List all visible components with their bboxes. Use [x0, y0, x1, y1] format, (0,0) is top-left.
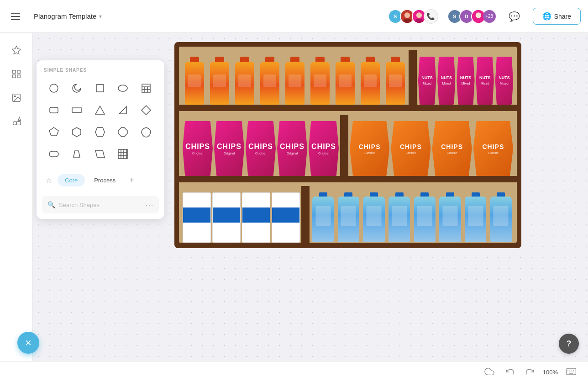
- juice-bottle: [333, 57, 357, 105]
- svg-point-20: [118, 85, 127, 91]
- toolbar-shapes-button[interactable]: [6, 112, 26, 132]
- shape-hexagon2[interactable]: [90, 122, 110, 142]
- shape-table[interactable]: [136, 78, 156, 98]
- shapes-icon: [11, 117, 21, 127]
- toolbar-grid-button[interactable]: [6, 64, 26, 84]
- close-icon: ×: [25, 337, 31, 348]
- svg-marker-34: [118, 128, 127, 137]
- undo-button[interactable]: [503, 364, 517, 381]
- water-bottle: [336, 192, 361, 243]
- redo-icon: [525, 367, 535, 376]
- svg-marker-37: [74, 151, 80, 157]
- svg-point-18: [50, 84, 58, 92]
- cloud-save-button[interactable]: [482, 364, 497, 381]
- svg-marker-28: [95, 106, 105, 114]
- water-bottle: [463, 192, 488, 243]
- chips-bag-magenta: CHIPS Original: [277, 121, 307, 176]
- svg-marker-35: [142, 128, 151, 137]
- svg-point-4: [416, 12, 422, 18]
- close-fab[interactable]: ×: [17, 332, 39, 354]
- water-bottle: [488, 192, 513, 243]
- shape-circle[interactable]: [44, 78, 64, 98]
- shapes-section-label: SIMPLE SHAPES: [44, 68, 157, 73]
- chat-button[interactable]: 💬: [505, 7, 524, 26]
- shape-decagon[interactable]: [136, 122, 156, 142]
- chips-bag-magenta: CHIPS Original: [214, 121, 244, 176]
- avatar-group-2: S D +28: [447, 9, 496, 24]
- milk-carton: [212, 192, 241, 243]
- shape-crescent[interactable]: [67, 78, 87, 98]
- shape-triangle[interactable]: [90, 100, 110, 120]
- share-button[interactable]: 🌐 Share: [533, 8, 581, 25]
- shape-stadium[interactable]: [44, 144, 64, 164]
- shape-octagon[interactable]: [113, 122, 133, 142]
- tab-core[interactable]: Core: [58, 174, 85, 186]
- shape-hexagon1[interactable]: [67, 122, 87, 142]
- zoom-level: 100%: [543, 369, 558, 376]
- svg-marker-38: [95, 150, 105, 158]
- toolbar-star-button[interactable]: [6, 40, 26, 60]
- svg-marker-31: [49, 128, 58, 136]
- chips-bag-orange: CHIPS Classic: [473, 121, 513, 176]
- milk-carton: [242, 192, 270, 243]
- svg-rect-36: [49, 151, 58, 157]
- milk-carton: [183, 192, 211, 243]
- doc-title: Planogram Template: [34, 12, 96, 20]
- svg-point-15: [13, 122, 16, 125]
- tab-add-button[interactable]: +: [126, 172, 138, 189]
- svg-marker-29: [119, 106, 126, 114]
- nuts-bag: NUTSMixed: [418, 57, 436, 105]
- svg-rect-45: [567, 368, 576, 375]
- redo-button[interactable]: [523, 364, 537, 381]
- shape-right-triangle[interactable]: [113, 100, 133, 120]
- svg-rect-27: [72, 108, 81, 112]
- nuts-bag: NUTSMixed: [495, 57, 513, 105]
- shape-square[interactable]: [90, 78, 110, 98]
- menu-button[interactable]: [7, 9, 24, 24]
- keyboard-button[interactable]: [563, 365, 579, 379]
- shape-grid-table[interactable]: [113, 144, 133, 164]
- main-layout: SIMPLE SHAPES: [0, 33, 588, 383]
- canvas-area[interactable]: SIMPLE SHAPES: [33, 33, 588, 383]
- svg-rect-11: [12, 75, 15, 78]
- milk-carton: [272, 192, 300, 243]
- bottom-bar: 100%: [0, 361, 588, 383]
- toolbar-image-button[interactable]: [6, 88, 26, 108]
- tab-star-button[interactable]: ☆: [42, 172, 56, 188]
- header: Planogram Template ▾ S 📞 S D +28 💬 🌐 Sha…: [0, 0, 588, 33]
- chips-bag-orange: CHIPS Classic: [391, 121, 430, 176]
- svg-rect-19: [96, 85, 104, 92]
- chevron-down-icon: ▾: [99, 13, 102, 20]
- grid-icon: [11, 69, 21, 79]
- search-icon: 🔍: [47, 201, 55, 208]
- undo-icon: [505, 367, 514, 376]
- shape-diamond[interactable]: [136, 100, 156, 120]
- shape-trapezoid[interactable]: [67, 144, 87, 164]
- avatar-group-1: S 📞: [388, 9, 438, 24]
- search-input[interactable]: [59, 202, 142, 208]
- svg-point-1: [404, 12, 410, 18]
- help-button[interactable]: ?: [559, 334, 579, 354]
- nuts-bag: NUTSMixed: [457, 57, 474, 105]
- svg-rect-10: [17, 70, 20, 73]
- nuts-bag: NUTSMixed: [476, 57, 494, 105]
- shape-rect-wide[interactable]: [67, 100, 87, 120]
- question-mark-icon: ?: [567, 339, 572, 349]
- search-more-button[interactable]: ⋯: [145, 200, 153, 210]
- shape-icons-grid: [44, 78, 157, 164]
- shape-pentagon[interactable]: [44, 122, 64, 142]
- svg-rect-9: [12, 70, 15, 73]
- tab-process[interactable]: Process: [87, 174, 123, 186]
- panel-search: 🔍 ⋯: [37, 192, 164, 219]
- svg-rect-21: [142, 84, 150, 92]
- juice-bottle: [383, 57, 407, 105]
- nuts-bag: NUTSMixed: [437, 57, 455, 105]
- avatar-count-badge[interactable]: +28: [483, 10, 496, 23]
- doc-title-area[interactable]: Planogram Template ▾: [29, 10, 106, 23]
- svg-marker-16: [18, 117, 20, 120]
- shape-ellipse[interactable]: [113, 78, 133, 98]
- shape-parallelogram[interactable]: [90, 144, 110, 164]
- avatar-phone[interactable]: 📞: [424, 9, 438, 24]
- shape-rect-rounded[interactable]: [44, 100, 64, 120]
- star-icon: [11, 45, 21, 55]
